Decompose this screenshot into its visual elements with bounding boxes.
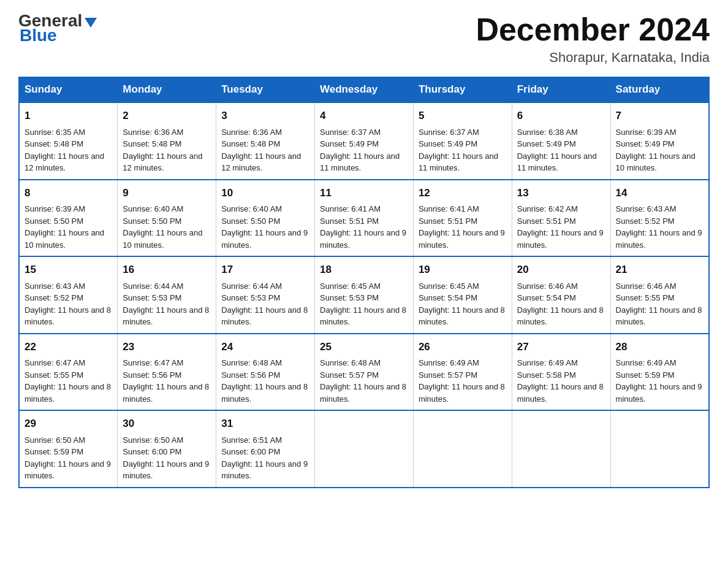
day-info: Sunrise: 6:51 AMSunset: 6:00 PMDaylight:…	[221, 435, 308, 481]
day-info: Sunrise: 6:42 AMSunset: 5:51 PMDaylight:…	[517, 204, 604, 250]
calendar-cell: 9 Sunrise: 6:40 AMSunset: 5:50 PMDayligh…	[118, 180, 216, 257]
day-number: 9	[123, 185, 211, 201]
day-info: Sunrise: 6:46 AMSunset: 5:55 PMDaylight:…	[616, 282, 702, 327]
day-number: 25	[320, 339, 408, 355]
day-info: Sunrise: 6:39 AMSunset: 5:49 PMDaylight:…	[616, 128, 696, 173]
day-number: 16	[123, 262, 211, 278]
day-number: 31	[221, 416, 309, 432]
day-number: 30	[123, 416, 211, 432]
calendar-cell: 4 Sunrise: 6:37 AMSunset: 5:49 PMDayligh…	[315, 102, 414, 180]
page-header: General Blue December 2024 Shorapur, Kar…	[18, 12, 710, 66]
day-info: Sunrise: 6:38 AMSunset: 5:49 PMDaylight:…	[517, 128, 597, 173]
calendar-week-row: 1 Sunrise: 6:35 AMSunset: 5:48 PMDayligh…	[19, 102, 709, 180]
day-number: 17	[221, 262, 309, 278]
header-friday: Friday	[512, 77, 610, 103]
header-tuesday: Tuesday	[216, 77, 315, 103]
day-info: Sunrise: 6:43 AMSunset: 5:52 PMDaylight:…	[616, 204, 702, 250]
location-title: Shorapur, Karnataka, India	[476, 50, 710, 66]
calendar-cell: 12 Sunrise: 6:41 AMSunset: 5:51 PMDaylig…	[413, 180, 512, 257]
day-info: Sunrise: 6:47 AMSunset: 5:55 PMDaylight:…	[25, 358, 111, 404]
header-thursday: Thursday	[413, 77, 512, 103]
day-number: 27	[517, 339, 605, 355]
calendar-cell: 2 Sunrise: 6:36 AMSunset: 5:48 PMDayligh…	[118, 102, 216, 180]
calendar-header-row: SundayMondayTuesdayWednesdayThursdayFrid…	[19, 77, 709, 103]
day-number: 2	[123, 108, 211, 124]
day-info: Sunrise: 6:46 AMSunset: 5:54 PMDaylight:…	[517, 282, 604, 327]
day-info: Sunrise: 6:43 AMSunset: 5:52 PMDaylight:…	[25, 282, 111, 327]
day-number: 19	[419, 262, 507, 278]
title-block: December 2024 Shorapur, Karnataka, India	[476, 12, 710, 66]
day-number: 28	[616, 339, 703, 355]
day-info: Sunrise: 6:37 AMSunset: 5:49 PMDaylight:…	[419, 128, 498, 173]
calendar-cell: 22 Sunrise: 6:47 AMSunset: 5:55 PMDaylig…	[19, 334, 118, 411]
month-title: December 2024	[476, 12, 710, 47]
day-number: 29	[25, 416, 112, 432]
calendar-cell: 19 Sunrise: 6:45 AMSunset: 5:54 PMDaylig…	[413, 256, 512, 334]
day-number: 14	[616, 185, 703, 201]
calendar-cell: 27 Sunrise: 6:49 AMSunset: 5:58 PMDaylig…	[512, 334, 610, 411]
day-info: Sunrise: 6:48 AMSunset: 5:56 PMDaylight:…	[221, 358, 308, 404]
calendar-cell: 8 Sunrise: 6:39 AMSunset: 5:50 PMDayligh…	[19, 180, 118, 257]
calendar-cell: 24 Sunrise: 6:48 AMSunset: 5:56 PMDaylig…	[216, 334, 315, 411]
calendar-week-row: 8 Sunrise: 6:39 AMSunset: 5:50 PMDayligh…	[19, 180, 709, 257]
header-wednesday: Wednesday	[315, 77, 414, 103]
calendar-cell	[315, 410, 414, 488]
day-number: 21	[616, 262, 703, 278]
day-info: Sunrise: 6:36 AMSunset: 5:48 PMDaylight:…	[123, 128, 202, 173]
day-number: 12	[419, 185, 507, 201]
day-info: Sunrise: 6:49 AMSunset: 5:58 PMDaylight:…	[517, 358, 604, 404]
calendar-cell: 5 Sunrise: 6:37 AMSunset: 5:49 PMDayligh…	[413, 102, 512, 180]
day-number: 20	[517, 262, 605, 278]
header-monday: Monday	[118, 77, 216, 103]
day-info: Sunrise: 6:41 AMSunset: 5:51 PMDaylight:…	[320, 204, 406, 250]
logo-arrow-icon	[85, 18, 97, 28]
day-info: Sunrise: 6:40 AMSunset: 5:50 PMDaylight:…	[123, 204, 202, 250]
day-number: 24	[221, 339, 309, 355]
day-number: 23	[123, 339, 211, 355]
calendar-week-row: 29 Sunrise: 6:50 AMSunset: 5:59 PMDaylig…	[19, 410, 709, 488]
day-number: 8	[25, 185, 112, 201]
calendar-cell: 3 Sunrise: 6:36 AMSunset: 5:48 PMDayligh…	[216, 102, 315, 180]
calendar-cell: 16 Sunrise: 6:44 AMSunset: 5:53 PMDaylig…	[118, 256, 216, 334]
calendar-cell: 29 Sunrise: 6:50 AMSunset: 5:59 PMDaylig…	[19, 410, 118, 488]
day-number: 18	[320, 262, 408, 278]
day-number: 3	[221, 108, 309, 124]
day-number: 22	[25, 339, 112, 355]
calendar-cell: 11 Sunrise: 6:41 AMSunset: 5:51 PMDaylig…	[315, 180, 414, 257]
day-number: 4	[320, 108, 408, 124]
calendar-cell: 21 Sunrise: 6:46 AMSunset: 5:55 PMDaylig…	[610, 256, 709, 334]
calendar-cell: 7 Sunrise: 6:39 AMSunset: 5:49 PMDayligh…	[610, 102, 709, 180]
day-info: Sunrise: 6:45 AMSunset: 5:53 PMDaylight:…	[320, 282, 406, 327]
day-info: Sunrise: 6:40 AMSunset: 5:50 PMDaylight:…	[221, 204, 308, 250]
calendar-table: SundayMondayTuesdayWednesdayThursdayFrid…	[18, 77, 710, 488]
calendar-cell: 6 Sunrise: 6:38 AMSunset: 5:49 PMDayligh…	[512, 102, 610, 180]
day-number: 7	[616, 108, 703, 124]
calendar-cell: 28 Sunrise: 6:49 AMSunset: 5:59 PMDaylig…	[610, 334, 709, 411]
calendar-cell	[413, 410, 512, 488]
calendar-cell: 10 Sunrise: 6:40 AMSunset: 5:50 PMDaylig…	[216, 180, 315, 257]
header-saturday: Saturday	[610, 77, 709, 103]
calendar-cell	[610, 410, 709, 488]
logo-text-blue: Blue	[18, 27, 57, 44]
day-number: 10	[221, 185, 309, 201]
day-info: Sunrise: 6:41 AMSunset: 5:51 PMDaylight:…	[419, 204, 505, 250]
day-number: 13	[517, 185, 605, 201]
day-info: Sunrise: 6:37 AMSunset: 5:49 PMDaylight:…	[320, 128, 400, 173]
day-info: Sunrise: 6:39 AMSunset: 5:50 PMDaylight:…	[25, 204, 104, 250]
day-info: Sunrise: 6:36 AMSunset: 5:48 PMDaylight:…	[221, 128, 301, 173]
day-info: Sunrise: 6:48 AMSunset: 5:57 PMDaylight:…	[320, 358, 406, 404]
day-info: Sunrise: 6:50 AMSunset: 6:00 PMDaylight:…	[123, 435, 209, 481]
calendar-cell: 14 Sunrise: 6:43 AMSunset: 5:52 PMDaylig…	[610, 180, 709, 257]
calendar-week-row: 22 Sunrise: 6:47 AMSunset: 5:55 PMDaylig…	[19, 334, 709, 411]
calendar-cell: 13 Sunrise: 6:42 AMSunset: 5:51 PMDaylig…	[512, 180, 610, 257]
day-info: Sunrise: 6:45 AMSunset: 5:54 PMDaylight:…	[419, 282, 505, 327]
day-info: Sunrise: 6:35 AMSunset: 5:48 PMDaylight:…	[25, 128, 104, 173]
day-info: Sunrise: 6:44 AMSunset: 5:53 PMDaylight:…	[221, 282, 308, 327]
calendar-cell: 25 Sunrise: 6:48 AMSunset: 5:57 PMDaylig…	[315, 334, 414, 411]
calendar-cell: 30 Sunrise: 6:50 AMSunset: 6:00 PMDaylig…	[118, 410, 216, 488]
day-number: 11	[320, 185, 408, 201]
calendar-cell	[512, 410, 610, 488]
calendar-week-row: 15 Sunrise: 6:43 AMSunset: 5:52 PMDaylig…	[19, 256, 709, 334]
day-number: 15	[25, 262, 112, 278]
day-number: 26	[419, 339, 507, 355]
